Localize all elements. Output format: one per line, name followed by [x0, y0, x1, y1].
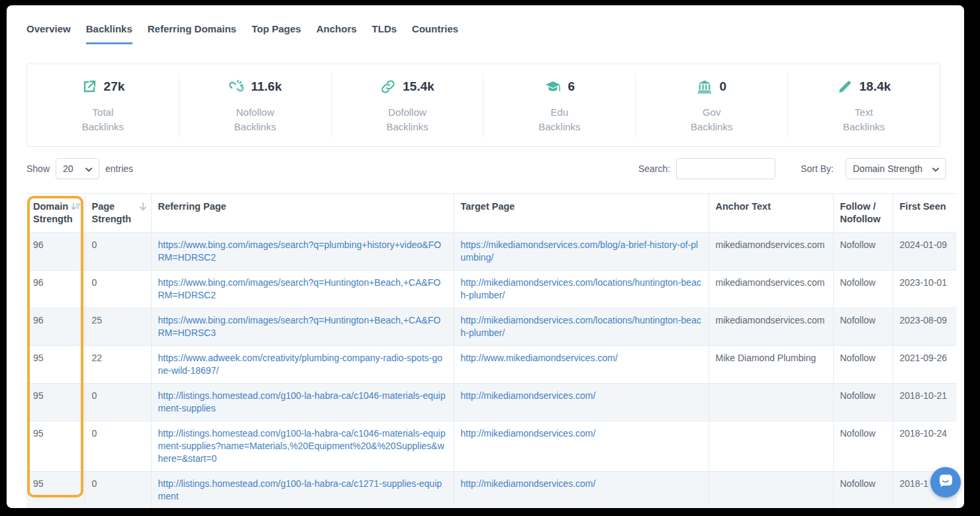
- referring-page-link[interactable]: http://listings.homestead.com/g100-la-ha…: [158, 390, 446, 413]
- target-page-link[interactable]: http://mikediamondservices.com/: [461, 390, 596, 401]
- stat-label-line1: Dofollow: [332, 105, 483, 120]
- first-seen-value: 2018-10-24: [900, 428, 948, 439]
- stat-label-line2: Backlinks: [636, 120, 787, 134]
- target-page-link[interactable]: http://mikediamondservices.com/: [461, 478, 596, 489]
- target-page-link[interactable]: http://mikediamondservices.com/locations…: [461, 277, 701, 300]
- stat-label-line1: Gov: [636, 105, 787, 120]
- follow-value: Nofollow: [840, 428, 876, 439]
- stat-nofollow-backlinks: 11.6k Nofollow Backlinks: [179, 73, 331, 137]
- stat-label-line1: Edu: [483, 105, 635, 120]
- referring-page-link[interactable]: https://www.bing.com/images/search?q=Hun…: [158, 277, 441, 300]
- stat-label-line2: Backlinks: [179, 120, 331, 134]
- tab-anchors[interactable]: Anchors: [317, 23, 357, 44]
- page-strength-value: 0: [92, 277, 97, 288]
- column-header-anchor-text[interactable]: Anchor Text: [709, 194, 833, 233]
- target-page-link[interactable]: http://mikediamondservices.com/locations…: [461, 315, 701, 338]
- anchor-text-value: Mike Diamond Plumbing: [716, 353, 816, 363]
- first-seen-value: 2023-10-01: [900, 277, 948, 288]
- domain-strength-value: 96: [33, 315, 44, 325]
- anchor-text-value: mikediamondservices.com: [716, 277, 825, 288]
- column-header-target-page[interactable]: Target Page: [454, 194, 709, 233]
- stat-label-line1: Total: [27, 105, 179, 120]
- stat-value: 0: [719, 79, 726, 94]
- referring-page-link[interactable]: https://www.bing.com/images/search?q=plu…: [158, 239, 442, 263]
- page-strength-value: 0: [92, 390, 97, 401]
- stat-value: 18.4k: [859, 79, 891, 94]
- column-header-first-seen[interactable]: First Seen: [893, 194, 957, 233]
- page-strength-value: 0: [92, 239, 97, 250]
- table-row: 95 0 http://listings.homestead.com/g100-…: [26, 472, 957, 509]
- follow-value: Nofollow: [840, 478, 876, 489]
- target-page-link[interactable]: http://mikediamondservices.com/: [461, 428, 596, 439]
- stat-value: 6: [568, 79, 575, 94]
- referring-page-link[interactable]: http://listings.homestead.com/g100-la-ha…: [158, 478, 442, 501]
- tab-backlinks[interactable]: Backlinks: [86, 23, 132, 44]
- stat-label-line2: Backlinks: [483, 120, 635, 134]
- stat-label-line1: Text: [788, 105, 940, 120]
- tab-tlds[interactable]: TLDs: [372, 23, 397, 44]
- backlink-stats-panel: 27k Total Backlinks 11.6k Nofollow Backl…: [26, 64, 940, 147]
- referring-page-link[interactable]: https://www.bing.com/images/search?q=Hun…: [158, 315, 441, 338]
- stat-label-line1: Nofollow: [179, 105, 331, 120]
- search-input[interactable]: [676, 158, 775, 179]
- first-seen-value: 2021-09-26: [900, 353, 948, 363]
- external-link-icon: [81, 79, 97, 95]
- follow-value: Nofollow: [840, 277, 876, 288]
- backlinks-table: Domain Strength Page Strength: [26, 193, 957, 508]
- column-header-referring-page[interactable]: Referring Page: [151, 194, 454, 233]
- table-row: 96 0 https://www.bing.com/images/search?…: [26, 233, 957, 271]
- page-strength-value: 22: [92, 353, 103, 363]
- stat-label-line2: Backlinks: [332, 120, 483, 134]
- domain-strength-value: 95: [33, 478, 44, 489]
- table-row: 96 0 https://www.bing.com/images/search?…: [26, 271, 957, 308]
- target-page-link[interactable]: https://mikediamondservices.com/blog/a-b…: [461, 239, 699, 263]
- chat-launcher-button[interactable]: [930, 467, 961, 497]
- pencil-icon: [837, 79, 853, 95]
- follow-value: Nofollow: [840, 239, 876, 250]
- domain-strength-value: 96: [33, 277, 44, 288]
- chevron-down-icon: [85, 163, 92, 174]
- first-seen-value: 2018-10-21: [900, 390, 948, 401]
- tab-top-pages[interactable]: Top Pages: [252, 23, 301, 44]
- page-size-value: 20: [63, 163, 74, 174]
- referring-page-link[interactable]: http://listings.homestead.com/g100-la-ha…: [158, 428, 446, 464]
- column-header-page-strength[interactable]: Page Strength: [85, 194, 151, 233]
- anchor-text-value: mikediamondservices.com: [716, 315, 825, 325]
- broken-link-icon: [228, 79, 244, 95]
- domain-strength-value: 95: [33, 353, 44, 363]
- tab-countries[interactable]: Countries: [412, 23, 458, 44]
- tab-overview[interactable]: Overview: [26, 23, 71, 44]
- follow-value: Nofollow: [840, 315, 876, 325]
- sort-by-select[interactable]: Domain Strength: [846, 158, 946, 179]
- sort-amount-icon[interactable]: [71, 202, 81, 214]
- anchor-text-value: mikediamondservices.com: [716, 239, 825, 250]
- table-row: 96 25 https://www.bing.com/images/search…: [26, 308, 957, 346]
- show-label: Show: [26, 163, 50, 174]
- page-strength-value: 0: [92, 478, 97, 489]
- page-size-select[interactable]: 20: [56, 158, 99, 179]
- stat-total-backlinks: 27k Total Backlinks: [27, 73, 179, 137]
- target-page-link[interactable]: http://www.mikediamondservices.com/: [461, 353, 618, 363]
- arrow-down-icon[interactable]: [139, 202, 147, 214]
- referring-page-link[interactable]: https://www.adweek.com/creativity/plumbi…: [158, 353, 443, 376]
- page-strength-value: 25: [92, 315, 103, 325]
- report-tab-bar: Overview Backlinks Referring Domains Top…: [26, 23, 458, 44]
- domain-strength-value: 95: [33, 428, 44, 439]
- table-controls: Show 20 entries Search: Sort By: Domain …: [26, 158, 957, 179]
- chat-bubble-icon: [937, 472, 954, 492]
- table-header-row: Domain Strength Page Strength: [26, 194, 957, 233]
- stat-edu-backlinks: 6 Edu Backlinks: [483, 73, 635, 137]
- first-seen-value: 2024-01-09: [900, 239, 948, 250]
- stat-label-line2: Backlinks: [27, 120, 179, 134]
- first-seen-value: 2018-1: [900, 478, 929, 489]
- sort-by-value: Domain Strength: [853, 163, 922, 174]
- column-header-domain-strength[interactable]: Domain Strength: [26, 194, 85, 233]
- column-header-follow-nofollow[interactable]: Follow / Nofollow: [833, 194, 893, 233]
- follow-value: Nofollow: [840, 390, 876, 401]
- tab-referring-domains[interactable]: Referring Domains: [148, 23, 236, 44]
- stat-text-backlinks: 18.4k Text Backlinks: [787, 73, 940, 137]
- stat-label-line2: Backlinks: [788, 120, 940, 134]
- entries-label: entries: [105, 163, 133, 174]
- table-row: 95 22 https://www.adweek.com/creativity/…: [26, 346, 957, 384]
- first-seen-value: 2023-08-09: [900, 315, 948, 325]
